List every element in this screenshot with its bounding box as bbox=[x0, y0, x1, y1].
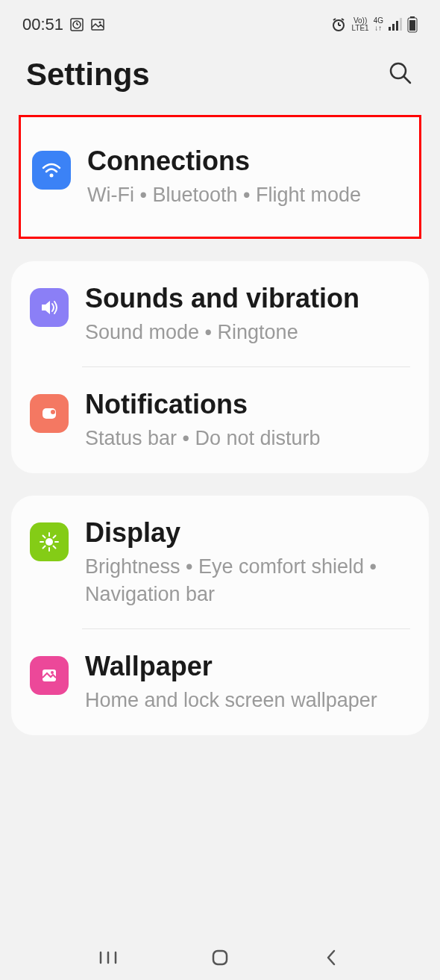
sounds-text: Sounds and vibration Sound mode • Ringto… bbox=[85, 282, 410, 346]
svg-rect-17 bbox=[409, 20, 415, 31]
status-bar: 00:51 Vo)) LTE1 4G ↓↑ bbox=[0, 0, 440, 42]
notifications-text: Notifications Status bar • Do not distur… bbox=[85, 388, 410, 452]
connections-card: Connections Wi-Fi • Bluetooth • Flight m… bbox=[19, 115, 421, 239]
wifi-icon bbox=[32, 151, 71, 190]
network-indicator: 4G ↓↑ bbox=[374, 17, 383, 32]
wallpaper-text: Wallpaper Home and lock screen wallpaper bbox=[85, 650, 410, 714]
back-button[interactable] bbox=[321, 946, 343, 969]
svg-rect-37 bbox=[213, 951, 227, 964]
battery-icon bbox=[407, 16, 418, 33]
navigation-bar bbox=[0, 935, 440, 980]
status-left: 00:51 bbox=[22, 15, 105, 34]
notifications-title: Notifications bbox=[85, 388, 410, 420]
svg-point-22 bbox=[51, 410, 55, 414]
svg-point-20 bbox=[50, 174, 54, 178]
display-item[interactable]: Display Brightness • Eye comfort shield … bbox=[11, 496, 429, 628]
connections-title: Connections bbox=[87, 145, 408, 177]
display-icon bbox=[30, 522, 69, 561]
svg-line-29 bbox=[54, 546, 56, 548]
display-wallpaper-card: Display Brightness • Eye comfort shield … bbox=[11, 496, 429, 735]
picture-icon bbox=[90, 17, 105, 32]
svg-rect-14 bbox=[400, 18, 402, 31]
home-button[interactable] bbox=[209, 946, 231, 969]
svg-line-28 bbox=[43, 535, 45, 537]
sounds-subtitle: Sound mode • Ringtone bbox=[85, 319, 410, 346]
wallpaper-subtitle: Home and lock screen wallpaper bbox=[85, 687, 410, 714]
svg-line-31 bbox=[54, 535, 56, 537]
volte-indicator: Vo)) LTE1 bbox=[351, 17, 368, 32]
svg-rect-13 bbox=[396, 21, 398, 31]
svg-point-5 bbox=[99, 22, 101, 24]
alarm-icon bbox=[330, 16, 347, 33]
header: Settings bbox=[0, 42, 440, 115]
svg-line-10 bbox=[342, 19, 344, 20]
display-text: Display Brightness • Eye comfort shield … bbox=[85, 516, 410, 608]
svg-rect-4 bbox=[92, 19, 104, 30]
connections-text: Connections Wi-Fi • Bluetooth • Flight m… bbox=[87, 145, 408, 209]
connections-item[interactable]: Connections Wi-Fi • Bluetooth • Flight m… bbox=[21, 136, 419, 218]
wallpaper-title: Wallpaper bbox=[85, 650, 410, 682]
svg-point-18 bbox=[391, 63, 406, 78]
search-icon[interactable] bbox=[387, 60, 414, 90]
svg-line-9 bbox=[333, 19, 336, 20]
sounds-item[interactable]: Sounds and vibration Sound mode • Ringto… bbox=[11, 261, 429, 367]
svg-point-33 bbox=[51, 671, 54, 674]
svg-line-19 bbox=[404, 77, 410, 83]
recents-button[interactable] bbox=[97, 946, 119, 969]
page-title: Settings bbox=[26, 57, 150, 93]
svg-rect-11 bbox=[389, 27, 391, 31]
status-right: Vo)) LTE1 4G ↓↑ bbox=[330, 16, 418, 33]
notifications-subtitle: Status bar • Do not disturb bbox=[85, 425, 410, 452]
sounds-notifications-card: Sounds and vibration Sound mode • Ringto… bbox=[11, 261, 429, 473]
status-time: 00:51 bbox=[22, 15, 63, 34]
wallpaper-item[interactable]: Wallpaper Home and lock screen wallpaper bbox=[11, 629, 429, 735]
svg-rect-12 bbox=[392, 24, 395, 31]
connections-subtitle: Wi-Fi • Bluetooth • Flight mode bbox=[87, 181, 408, 208]
clock-app-icon bbox=[69, 17, 84, 32]
svg-point-23 bbox=[45, 538, 53, 546]
signal-icon bbox=[388, 18, 403, 31]
notifications-item[interactable]: Notifications Status bar • Do not distur… bbox=[11, 367, 429, 473]
wallpaper-icon bbox=[30, 656, 69, 695]
sounds-title: Sounds and vibration bbox=[85, 282, 410, 314]
display-title: Display bbox=[85, 516, 410, 549]
notifications-icon bbox=[30, 394, 69, 433]
sound-icon bbox=[30, 288, 69, 327]
svg-line-30 bbox=[43, 546, 45, 548]
display-subtitle: Brightness • Eye comfort shield • Naviga… bbox=[85, 553, 410, 608]
